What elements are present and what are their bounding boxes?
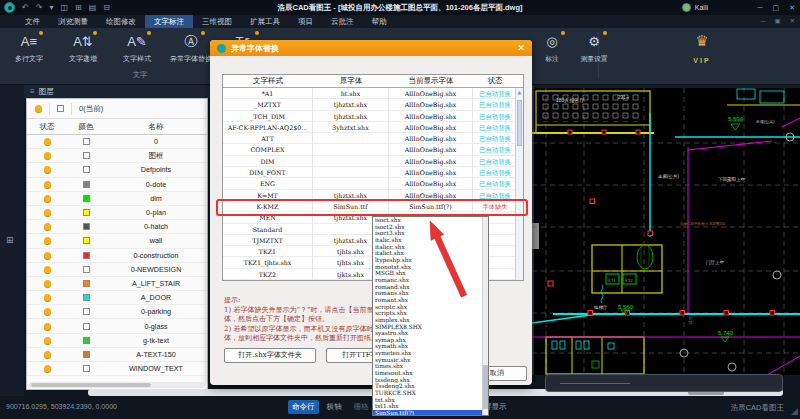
text-increment-button[interactable]: A⇅文字递增 xyxy=(56,30,110,64)
scrollbar-thumb[interactable] xyxy=(31,383,151,387)
current-layer-color-swatch[interactable] xyxy=(57,105,64,112)
layers-horizontal-scrollbar[interactable] xyxy=(29,382,205,388)
menu-tab[interactable]: 绘图修改 xyxy=(97,15,145,28)
status-toggle[interactable]: 命令行 xyxy=(288,400,319,414)
layer-visibility-bulb-icon[interactable] xyxy=(44,237,51,244)
scrollbar-thumb[interactable] xyxy=(517,100,522,146)
current-layer-row[interactable]: 0(当前) xyxy=(27,99,207,119)
display-font[interactable]: AllInOneBig.shx xyxy=(389,178,473,188)
layer-row[interactable]: g-tk-text xyxy=(27,334,207,348)
panel-menu-icon[interactable]: ≡ xyxy=(30,87,35,96)
menu-tab[interactable]: 扩展工具 xyxy=(241,15,289,28)
minimize-button[interactable]: ─ xyxy=(758,4,763,11)
layer-color-swatch[interactable] xyxy=(83,237,90,244)
layer-panel-icon[interactable]: ⊞ xyxy=(6,235,14,245)
status-toggle[interactable]: 极轴 xyxy=(323,400,346,414)
layer-visibility-bulb-icon[interactable] xyxy=(44,294,51,301)
font-style-row[interactable]: *A1ht.shxAllInOneBig.shx已自动替换 xyxy=(223,88,523,99)
font-option[interactable]: txt.shx xyxy=(373,397,482,404)
doc-minimize-button[interactable]: ─ xyxy=(761,16,766,26)
layer-visibility-bulb-icon[interactable] xyxy=(44,280,51,287)
layer-color-swatch[interactable] xyxy=(83,323,90,330)
resize-grip-icon[interactable]: ◢ xyxy=(791,406,798,416)
open-shx-folder-button[interactable]: 打开.shx字体文件夹 xyxy=(224,348,316,363)
menu-tab[interactable]: 浏览测量 xyxy=(49,15,97,28)
font-style-row[interactable]: AF-CK-RFPLAN-AQ2$0...3yhztxt.shxAllInOne… xyxy=(223,122,523,133)
user-account[interactable]: Kaili xyxy=(682,0,708,15)
layer-visibility-bulb-icon[interactable] xyxy=(44,181,51,188)
layer-row[interactable]: 0-glass xyxy=(27,319,207,333)
drawing-canvas[interactable]: 180人报告厅 291㎡ 5.590 5.560 5.740 下部露阳上空 走廊… xyxy=(532,85,800,375)
layer-visibility-bulb-icon[interactable] xyxy=(44,209,51,216)
display-font[interactable]: AllInOneBig.shx xyxy=(389,99,473,109)
menu-tab[interactable]: 三维视图 xyxy=(193,15,241,28)
font-option[interactable]: times.shx xyxy=(373,363,482,370)
font-option-selected[interactable]: SimSun.ttf(?) xyxy=(373,410,482,415)
layer-row[interactable]: 0-plan xyxy=(27,206,207,220)
text-style-button[interactable]: A✎文字样式 xyxy=(110,30,164,64)
layer-row[interactable]: 0-parking xyxy=(27,305,207,319)
layer-row[interactable]: 0-NEWDESIGN xyxy=(27,263,207,277)
new-file-icon[interactable]: ⊞ xyxy=(75,0,82,15)
layer-visibility-bulb-icon[interactable] xyxy=(44,223,51,230)
print-icon[interactable]: ⊟ xyxy=(103,0,110,15)
font-option[interactable]: TURKCE.SHX xyxy=(373,390,482,397)
font-option[interactable]: scripts.shx xyxy=(373,310,482,317)
layer-color-swatch[interactable] xyxy=(83,351,90,358)
layer-row[interactable]: wall xyxy=(27,234,207,248)
layer-color-swatch[interactable] xyxy=(83,166,90,173)
redo-icon[interactable]: ↷ xyxy=(36,0,43,15)
layer-visibility-bulb-icon[interactable] xyxy=(44,195,51,202)
font-option[interactable]: symeteo.shx xyxy=(373,350,482,357)
doc-restore-button[interactable]: ▣ xyxy=(774,16,780,26)
font-style-row[interactable]: DIM_FONTAllInOneBig.shx已自动替换 xyxy=(223,167,523,178)
menu-tab[interactable]: 文件 xyxy=(16,15,49,28)
layer-visibility-bulb-icon[interactable] xyxy=(44,138,51,145)
layer-row[interactable]: 0-construction xyxy=(27,249,207,263)
layer-visibility-bulb-icon[interactable] xyxy=(44,323,51,330)
layer-color-swatch[interactable] xyxy=(83,138,90,145)
layer-color-swatch[interactable] xyxy=(83,365,90,372)
layer-visibility-bulb-icon[interactable] xyxy=(44,337,51,344)
layer-color-swatch[interactable] xyxy=(83,280,90,287)
status-toggle[interactable]: 栅格 xyxy=(350,400,373,414)
font-option[interactable]: syastro.shx xyxy=(373,330,482,337)
layer-color-swatch[interactable] xyxy=(83,294,90,301)
maximize-button[interactable]: ▢ xyxy=(773,4,780,12)
display-font[interactable]: AllInOneBig.shx xyxy=(389,88,473,98)
measure-settings-button[interactable]: ⚙测量设置 xyxy=(573,30,615,64)
layer-visibility-bulb-icon[interactable] xyxy=(44,351,51,358)
display-font[interactable]: AllInOneBig.shx xyxy=(389,133,473,143)
font-option[interactable]: timesout.shx xyxy=(373,370,482,377)
save-icon[interactable]: ▤ xyxy=(89,0,97,15)
font-option[interactable]: Tssdeng2.shx xyxy=(373,383,482,390)
menu-tab[interactable]: 云批注 xyxy=(322,15,363,28)
layer-row[interactable]: WINDOW_TEXT xyxy=(27,362,207,376)
layer-color-swatch[interactable] xyxy=(83,195,90,202)
command-bar[interactable] xyxy=(545,374,783,392)
layer-visibility-bulb-icon[interactable] xyxy=(44,252,51,259)
layer-visibility-bulb-icon[interactable] xyxy=(44,266,51,273)
vip-button[interactable]: ♛ VIP xyxy=(672,32,732,67)
layer-row[interactable]: A-TEXT-150 xyxy=(27,348,207,362)
font-option[interactable]: simplex.shx xyxy=(373,317,482,324)
scroll-up-icon[interactable]: ▲ xyxy=(516,88,523,96)
layer-color-swatch[interactable] xyxy=(83,152,90,159)
font-option[interactable]: symath.shx xyxy=(373,343,482,350)
font-option[interactable]: txt1.shx xyxy=(373,403,482,410)
undo-icon[interactable]: ↶ xyxy=(22,0,29,15)
font-style-row[interactable]: ATTAllInOneBig.shx已自动替换 xyxy=(223,133,523,144)
dropdown-arrow-icon[interactable]: ▾ xyxy=(49,0,53,15)
layer-color-swatch[interactable] xyxy=(83,308,90,315)
font-option[interactable]: SIMPLEX8.SHX xyxy=(373,324,482,331)
layer-color-swatch[interactable] xyxy=(83,337,90,344)
table-vertical-scrollbar[interactable]: ▲ xyxy=(515,88,523,280)
close-button[interactable]: ✕ xyxy=(789,4,795,12)
layer-row[interactable]: dim xyxy=(27,192,207,206)
display-font[interactable]: AllInOneBig.shx xyxy=(389,111,473,121)
font-style-row[interactable]: ENGAllInOneBig.shx已自动替换 xyxy=(223,178,523,189)
scrollbar-thumb[interactable] xyxy=(483,365,488,409)
layer-color-swatch[interactable] xyxy=(83,181,90,188)
layer-row[interactable]: A_DOOR xyxy=(27,291,207,305)
layer-visibility-bulb-icon[interactable] xyxy=(44,152,51,159)
